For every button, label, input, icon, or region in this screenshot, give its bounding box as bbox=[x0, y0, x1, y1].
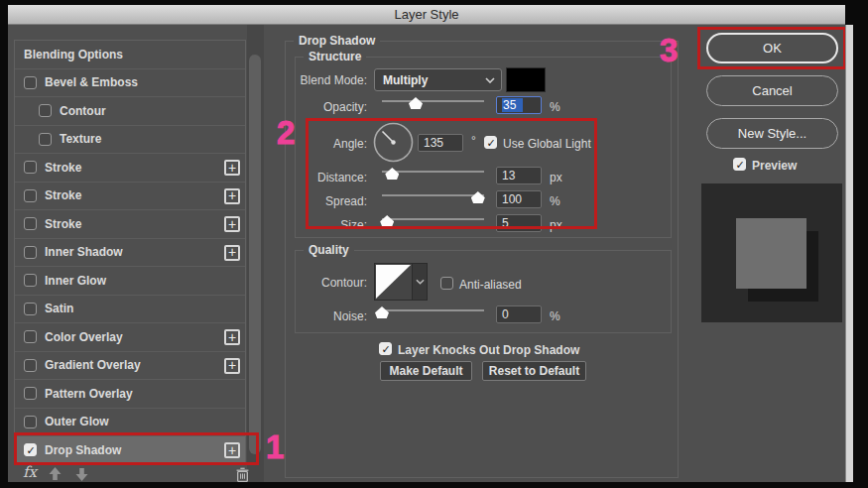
shadow-color-swatch[interactable] bbox=[506, 67, 546, 92]
cancel-button[interactable]: Cancel bbox=[706, 75, 838, 106]
opacity-label: Opacity: bbox=[276, 100, 367, 114]
layer-style-list: Blending OptionsBevel & EmbossContourTex… bbox=[14, 40, 246, 464]
effect-checkbox-bevel-emboss[interactable] bbox=[24, 76, 37, 89]
sidebar-scrollbar[interactable] bbox=[247, 25, 264, 482]
effect-checkbox-inner-shadow[interactable] bbox=[24, 246, 37, 259]
sidebar-item-label: Inner Shadow bbox=[45, 245, 123, 259]
sidebar-item-label: Satin bbox=[45, 302, 73, 315]
annotation-box-3 bbox=[697, 27, 846, 69]
sidebar-item-label: Contour bbox=[60, 104, 106, 118]
blend-mode-dropdown[interactable]: Multiply bbox=[374, 68, 502, 91]
sidebar-item-label: Bevel & Emboss bbox=[45, 75, 138, 89]
blend-mode-value: Multiply bbox=[383, 73, 428, 87]
anti-aliased-label: Anti-aliased bbox=[459, 278, 522, 292]
sidebar-item-label: Stroke bbox=[45, 161, 81, 175]
sidebar-item-gradient-overlay[interactable]: Gradient Overlay bbox=[15, 352, 245, 381]
sidebar-item-label: Stroke bbox=[45, 217, 81, 231]
annotation-number-3: 3 bbox=[660, 32, 678, 69]
structure-title: Structure bbox=[304, 50, 366, 63]
sidebar-item-texture[interactable]: Texture bbox=[15, 126, 245, 155]
layer-knocks-out-checkbox[interactable] bbox=[379, 342, 392, 355]
opacity-unit: % bbox=[550, 100, 560, 114]
chevron-down-icon bbox=[416, 279, 425, 285]
panel-title: Drop Shadow bbox=[294, 34, 380, 48]
move-effect-up-icon[interactable] bbox=[48, 467, 62, 481]
dialog-title-bar[interactable]: Layer Style bbox=[8, 5, 845, 25]
layer-style-dialog: Blending OptionsBevel & EmbossContourTex… bbox=[8, 25, 845, 482]
preview-layer-square bbox=[736, 218, 806, 289]
reset-to-default-button[interactable]: Reset to Default bbox=[482, 361, 586, 381]
sidebar-item-stroke-2[interactable]: Stroke bbox=[15, 183, 245, 211]
sidebar-item-blending-options[interactable]: Blending Options bbox=[15, 41, 245, 69]
effect-checkbox-texture[interactable] bbox=[39, 133, 52, 146]
opacity-field[interactable]: 35 bbox=[496, 96, 542, 114]
sidebar-item-label: Stroke bbox=[45, 188, 81, 202]
sidebar-item-bevel-emboss[interactable]: Bevel & Emboss bbox=[15, 69, 245, 98]
noise-slider[interactable] bbox=[382, 305, 484, 318]
preview-checkbox[interactable] bbox=[733, 158, 746, 171]
effect-checkbox-gradient-overlay[interactable] bbox=[24, 359, 37, 372]
sidebar-item-color-overlay[interactable]: Color Overlay bbox=[15, 323, 245, 352]
opacity-slider[interactable] bbox=[382, 95, 484, 109]
annotation-box-2 bbox=[306, 118, 597, 229]
noise-label: Noise: bbox=[276, 309, 367, 323]
preview-label: Preview bbox=[752, 159, 797, 173]
move-effect-down-icon[interactable] bbox=[74, 467, 89, 481]
sidebar-item-satin[interactable]: Satin bbox=[15, 296, 245, 324]
effect-checkbox-satin[interactable] bbox=[24, 303, 37, 315]
effect-checkbox-pattern-overlay[interactable] bbox=[24, 387, 37, 400]
noise-field[interactable]: 0 bbox=[496, 305, 542, 323]
sidebar-item-label: Outer Glow bbox=[45, 415, 109, 428]
layer-knocks-out-label: Layer Knocks Out Drop Shadow bbox=[398, 343, 579, 357]
contour-linear-icon bbox=[376, 265, 411, 299]
add-instance-icon[interactable] bbox=[224, 160, 240, 176]
sidebar-item-stroke-3[interactable]: Stroke bbox=[15, 210, 245, 239]
new-style-button[interactable]: New Style... bbox=[706, 118, 838, 149]
dialog-title: Layer Style bbox=[394, 7, 458, 22]
noise-unit: % bbox=[550, 309, 560, 323]
effect-checkbox-color-overlay[interactable] bbox=[24, 330, 37, 343]
effect-checkbox-inner-glow[interactable] bbox=[24, 274, 37, 287]
add-instance-icon[interactable] bbox=[224, 358, 240, 374]
trash-icon[interactable] bbox=[235, 467, 250, 482]
anti-aliased-checkbox[interactable] bbox=[440, 277, 453, 290]
scrollbar-thumb[interactable] bbox=[249, 55, 261, 454]
add-instance-icon[interactable] bbox=[224, 245, 240, 261]
sidebar-item-stroke-1[interactable]: Stroke bbox=[15, 154, 245, 183]
sidebar-item-label: Gradient Overlay bbox=[45, 358, 141, 372]
add-instance-icon[interactable] bbox=[224, 188, 240, 204]
effect-checkbox-stroke-1[interactable] bbox=[24, 161, 37, 174]
sidebar-item-contour[interactable]: Contour bbox=[15, 97, 245, 126]
preview-thumbnail bbox=[701, 183, 842, 322]
add-instance-icon[interactable] bbox=[224, 216, 240, 232]
slider-thumb[interactable] bbox=[409, 97, 423, 109]
sidebar-item-label: Texture bbox=[60, 132, 101, 146]
effect-checkbox-contour[interactable] bbox=[39, 104, 52, 117]
contour-dropdown-button[interactable] bbox=[413, 263, 428, 301]
window-edge-strip bbox=[845, 25, 853, 482]
annotation-number-1: 1 bbox=[266, 428, 284, 466]
annotation-number-2: 2 bbox=[277, 114, 295, 152]
sidebar-item-inner-shadow[interactable]: Inner Shadow bbox=[15, 239, 245, 268]
contour-label: Contour: bbox=[276, 276, 367, 290]
sidebar-item-label: Blending Options bbox=[24, 48, 123, 61]
add-instance-icon[interactable] bbox=[224, 329, 240, 345]
sidebar-item-pattern-overlay[interactable]: Pattern Overlay bbox=[15, 380, 245, 409]
sidebar-item-inner-glow[interactable]: Inner Glow bbox=[15, 267, 245, 296]
effect-checkbox-stroke-3[interactable] bbox=[24, 217, 37, 230]
contour-picker[interactable] bbox=[374, 263, 413, 301]
sidebar-item-label: Pattern Overlay bbox=[45, 387, 133, 401]
chevron-down-icon bbox=[485, 77, 495, 83]
sidebar-item-label: Color Overlay bbox=[45, 330, 123, 344]
effect-checkbox-stroke-2[interactable] bbox=[24, 189, 37, 202]
blend-mode-label: Blend Mode: bbox=[276, 73, 367, 87]
screenshot-frame: Layer Style Blending OptionsBevel & Embo… bbox=[0, 0, 868, 488]
make-default-button[interactable]: Make Default bbox=[380, 361, 472, 381]
annotation-box-1 bbox=[14, 432, 259, 465]
effect-checkbox-outer-glow[interactable] bbox=[24, 416, 37, 428]
quality-title: Quality bbox=[304, 243, 354, 257]
sidebar-item-label: Inner Glow bbox=[45, 274, 106, 288]
fx-icon[interactable]: fx bbox=[23, 463, 37, 481]
